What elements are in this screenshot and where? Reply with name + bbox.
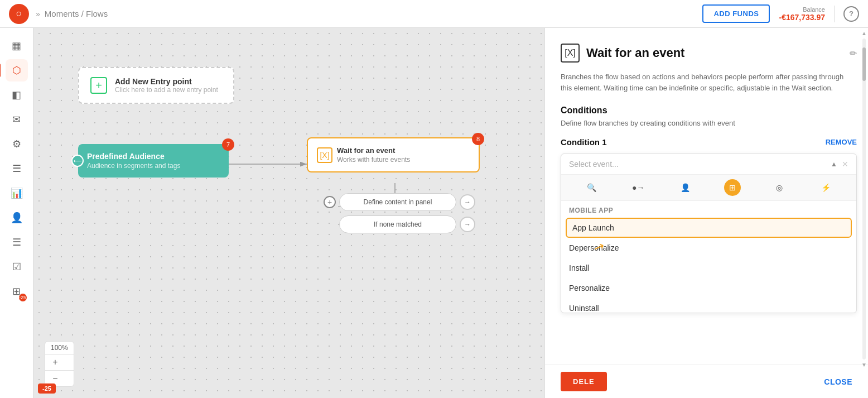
condition1-title: Condition 1	[561, 137, 607, 147]
branch-add-button[interactable]: +	[324, 196, 336, 208]
zoom-in-button[interactable]: +	[45, 354, 65, 370]
add-entry-point-card[interactable]: + Add New Entry point Click here to add …	[78, 67, 234, 104]
dropdown-item-personalize[interactable]: Personalize	[561, 278, 856, 298]
breadcrumb-current: Flows	[86, 9, 108, 18]
scroll-thumb	[862, 47, 866, 81]
segments-icon: ◧	[12, 89, 21, 101]
add-entry-icon: +	[90, 77, 107, 94]
main-layout: ▦ ⬡ ◧ ✉ ⚙ ☰ 📊 👤 ☰ ☑ ⊞ -25	[0, 28, 868, 398]
filter-search-button[interactable]: 🔍	[583, 179, 600, 196]
filter-circle-button[interactable]: ◎	[771, 179, 788, 196]
canvas-error-badge: -25	[38, 383, 56, 394]
help-button[interactable]: ?	[843, 6, 859, 22]
branch-outputs: + Define content in panel → If none matc…	[324, 193, 475, 233]
breadcrumb: Moments / Flows	[45, 9, 703, 18]
topbar: ○ » Moments / Flows ADD FUNDS Balance -€…	[0, 0, 868, 28]
branch-row-define: + Define content in panel →	[324, 193, 475, 211]
sidebar-item-logs[interactable]: ☰	[6, 231, 28, 253]
scroll-track	[862, 39, 866, 359]
chevron-up-icon: ▲	[831, 160, 837, 168]
dropdown-section-mobile-app: Mobile App	[561, 201, 856, 218]
predefined-node-title: Predefined Audience	[87, 152, 220, 161]
error-count-badge: -25	[19, 294, 27, 301]
wait-event-icon: [X]	[317, 147, 332, 163]
branch-row-none: If none matched →	[324, 215, 475, 233]
sidebar-item-segments[interactable]: ◧	[6, 84, 28, 106]
panel-scroll-area: [X] Wait for an event ✏ Branches the flo…	[545, 28, 868, 365]
branch-define-arrow[interactable]: →	[460, 194, 475, 210]
remove-condition-button[interactable]: REMOVE	[826, 138, 857, 146]
delete-button[interactable]: DELE	[561, 372, 607, 391]
breadcrumb-sep: /	[79, 9, 86, 18]
dropdown-item-app-launch[interactable]: App Launch	[566, 218, 852, 238]
conditions-section-title: Conditions	[561, 106, 857, 116]
condition1-header: Condition 1 REMOVE	[561, 137, 857, 147]
panel-scrollbar[interactable]: ▲ ▼	[860, 28, 868, 370]
wait-event-subtitle: Works with future events	[337, 156, 410, 164]
panel-title: Wait for an event	[586, 46, 843, 60]
panel-title-icon: [X]	[561, 44, 580, 63]
filter-user-button[interactable]: 👤	[677, 179, 693, 196]
filter-bolt-button[interactable]: ⚡	[818, 179, 835, 196]
channels-icon: ☰	[12, 162, 21, 175]
sidebar-item-store[interactable]: ⊞ -25	[6, 280, 28, 303]
sidebar-item-reviews[interactable]: ☑	[6, 256, 28, 278]
topbar-actions: ADD FUNDS Balance -€167,733.97 ?	[702, 4, 859, 23]
zoom-controls: 100% + −	[45, 341, 74, 387]
bots-icon: ⚙	[12, 138, 21, 150]
panel-description: Branches the flow based on actions and b…	[561, 71, 857, 93]
right-panel: ▲ ▼ [X] Wait for an event ✏ Branches the…	[544, 28, 868, 398]
reviews-icon: ☑	[12, 261, 21, 273]
conditions-section-subtitle: Define flow branches by creating conditi…	[561, 119, 857, 127]
balance-label: Balance	[779, 6, 825, 13]
dropdown-item-depersonalize[interactable]: Depersonalize	[561, 238, 856, 258]
close-button[interactable]: CLOSE	[824, 377, 852, 386]
predefined-audience-node[interactable]: ⟵ Predefined Audience Audience in segmen…	[78, 144, 229, 178]
event-select-container: Select event... ▲ ✕ 🔍 ●→ 👤 ⊞ ◎ ⚡	[561, 154, 857, 313]
analytics-icon: 📊	[11, 187, 23, 199]
filter-grid-button[interactable]: ⊞	[724, 179, 741, 196]
panel-footer: DELE CLOSE	[545, 365, 868, 398]
wait-event-title: Wait for an event	[337, 146, 410, 155]
sidebar-item-people[interactable]: 👤	[6, 207, 28, 229]
sidebar-item-flows[interactable]: ⬡	[6, 59, 28, 81]
app-logo[interactable]: ○	[9, 4, 29, 24]
flows-icon: ⬡	[12, 64, 21, 76]
wait-event-node[interactable]: [X] Wait for an event Works with future …	[307, 137, 480, 172]
messages-icon: ✉	[12, 113, 21, 126]
zoom-level: 100%	[45, 342, 74, 354]
event-select-box: Select event... ▲ ✕ 🔍 ●→ 👤 ⊞ ◎ ⚡	[561, 154, 857, 313]
add-entry-text: Add New Entry point Click here to add a …	[115, 77, 218, 94]
dashboard-icon: ▦	[12, 40, 21, 52]
panel-edit-icon[interactable]: ✏	[850, 48, 857, 59]
canvas-area[interactable]: + Add New Entry point Click here to add …	[33, 28, 544, 398]
people-icon: 👤	[11, 212, 23, 224]
sidebar-item-dashboard[interactable]: ▦	[6, 35, 28, 57]
add-entry-title: Add New Entry point	[115, 77, 218, 86]
branch-none-arrow[interactable]: →	[460, 217, 475, 232]
clear-icon[interactable]: ✕	[842, 160, 848, 169]
event-select-header[interactable]: Select event... ▲ ✕	[561, 154, 856, 175]
sidebar-item-channels[interactable]: ☰	[6, 157, 28, 180]
dropdown-list: Mobile App App Launch Depersonalize Inst…	[561, 201, 856, 313]
sidebar: ▦ ⬡ ◧ ✉ ⚙ ☰ 📊 👤 ☰ ☑ ⊞ -25	[0, 28, 33, 398]
predefined-node-badge: 7	[222, 138, 234, 151]
sidebar-item-analytics[interactable]: 📊	[6, 182, 28, 204]
predefined-node-left-icon: ⟵	[71, 155, 84, 167]
add-funds-button[interactable]: ADD FUNDS	[702, 4, 770, 23]
wait-event-badge: 8	[472, 133, 484, 145]
sidebar-item-bots[interactable]: ⚙	[6, 133, 28, 155]
scrollbar-down-arrow[interactable]: ▼	[861, 362, 867, 368]
sidebar-toggle[interactable]: »	[36, 9, 40, 18]
panel-header: [X] Wait for an event ✏	[561, 44, 857, 63]
branch-define-pill[interactable]: Define content in panel	[339, 193, 456, 211]
breadcrumb-parent[interactable]: Moments	[45, 9, 79, 18]
wait-event-header: [X] Wait for an event Works with future …	[317, 146, 470, 164]
sidebar-item-messages[interactable]: ✉	[6, 108, 28, 131]
filter-message-button[interactable]: ●→	[630, 179, 647, 196]
event-select-placeholder: Select event...	[569, 160, 619, 169]
event-filter-icons: 🔍 ●→ 👤 ⊞ ◎ ⚡	[561, 175, 856, 201]
scrollbar-up-arrow[interactable]: ▲	[861, 30, 867, 36]
dropdown-item-install[interactable]: Install	[561, 258, 856, 278]
dropdown-item-uninstall[interactable]: Uninstall	[561, 298, 856, 313]
